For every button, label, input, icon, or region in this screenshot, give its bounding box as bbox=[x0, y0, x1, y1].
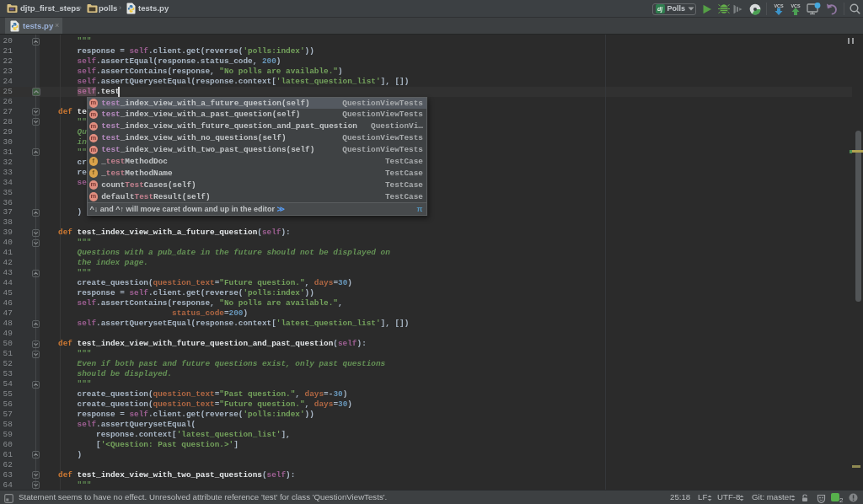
svg-text:VCS: VCS bbox=[774, 3, 783, 8]
svg-text:VCS: VCS bbox=[791, 3, 800, 8]
